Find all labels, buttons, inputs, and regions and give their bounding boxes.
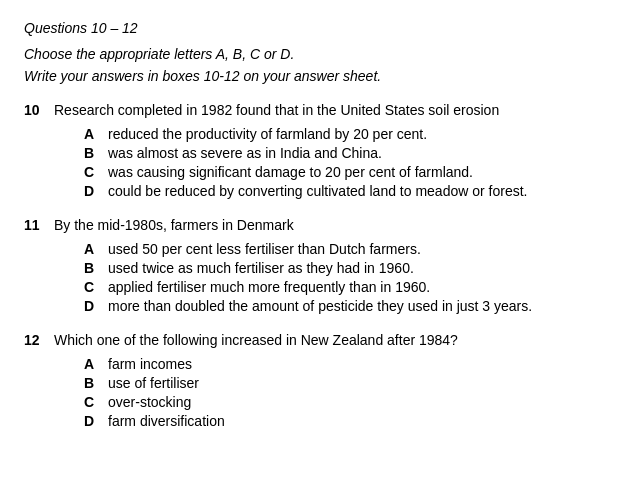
option-text-11-D: more than doubled the amount of pesticid… — [108, 298, 532, 314]
question-text-12: Which one of the following increased in … — [54, 332, 458, 348]
option-letter-10-C: C — [84, 164, 108, 180]
option-row-11-D: Dmore than doubled the amount of pestici… — [84, 298, 604, 314]
option-row-11-C: Capplied fertiliser much more frequently… — [84, 279, 604, 295]
option-row-10-B: Bwas almost as severe as in India and Ch… — [84, 145, 604, 161]
option-letter-12-C: C — [84, 394, 108, 410]
option-letter-10-D: D — [84, 183, 108, 199]
option-row-10-D: Dcould be reduced by converting cultivat… — [84, 183, 604, 199]
option-row-11-B: Bused twice as much fertiliser as they h… — [84, 260, 604, 276]
option-row-12-D: Dfarm diversification — [84, 413, 604, 429]
question-12: 12Which one of the following increased i… — [24, 332, 604, 429]
option-text-10-D: could be reduced by converting cultivate… — [108, 183, 527, 199]
option-letter-11-D: D — [84, 298, 108, 314]
option-text-10-C: was causing significant damage to 20 per… — [108, 164, 473, 180]
option-row-10-C: Cwas causing significant damage to 20 pe… — [84, 164, 604, 180]
question-10: 10Research completed in 1982 found that … — [24, 102, 604, 199]
option-text-11-C: applied fertiliser much more frequently … — [108, 279, 430, 295]
header-title: Questions 10 – 12 — [24, 20, 604, 36]
question-11: 11By the mid-1980s, farmers in DenmarkAu… — [24, 217, 604, 314]
question-text-11: By the mid-1980s, farmers in Denmark — [54, 217, 294, 233]
question-number-10: 10 — [24, 102, 54, 118]
option-row-12-A: Afarm incomes — [84, 356, 604, 372]
option-row-11-A: Aused 50 per cent less fertiliser than D… — [84, 241, 604, 257]
option-letter-12-A: A — [84, 356, 108, 372]
option-letter-11-C: C — [84, 279, 108, 295]
option-text-12-C: over-stocking — [108, 394, 191, 410]
option-letter-11-B: B — [84, 260, 108, 276]
option-letter-12-B: B — [84, 375, 108, 391]
option-text-12-B: use of fertiliser — [108, 375, 199, 391]
option-text-10-B: was almost as severe as in India and Chi… — [108, 145, 382, 161]
option-row-10-A: Areduced the productivity of farmland by… — [84, 126, 604, 142]
option-letter-10-A: A — [84, 126, 108, 142]
option-text-12-A: farm incomes — [108, 356, 192, 372]
option-text-12-D: farm diversification — [108, 413, 225, 429]
options-block-12: Afarm incomesBuse of fertiliserCover-sto… — [84, 356, 604, 429]
option-letter-11-A: A — [84, 241, 108, 257]
options-block-11: Aused 50 per cent less fertiliser than D… — [84, 241, 604, 314]
instruction-write: Write your answers in boxes 10-12 on you… — [24, 68, 604, 84]
question-number-11: 11 — [24, 217, 54, 233]
question-number-12: 12 — [24, 332, 54, 348]
option-letter-10-B: B — [84, 145, 108, 161]
option-row-12-B: Buse of fertiliser — [84, 375, 604, 391]
option-row-12-C: Cover-stocking — [84, 394, 604, 410]
question-text-10: Research completed in 1982 found that in… — [54, 102, 499, 118]
option-text-11-A: used 50 per cent less fertiliser than Du… — [108, 241, 421, 257]
option-text-11-B: used twice as much fertiliser as they ha… — [108, 260, 414, 276]
options-block-10: Areduced the productivity of farmland by… — [84, 126, 604, 199]
option-text-10-A: reduced the productivity of farmland by … — [108, 126, 427, 142]
option-letter-12-D: D — [84, 413, 108, 429]
instruction-choose: Choose the appropriate letters A, B, C o… — [24, 46, 604, 62]
